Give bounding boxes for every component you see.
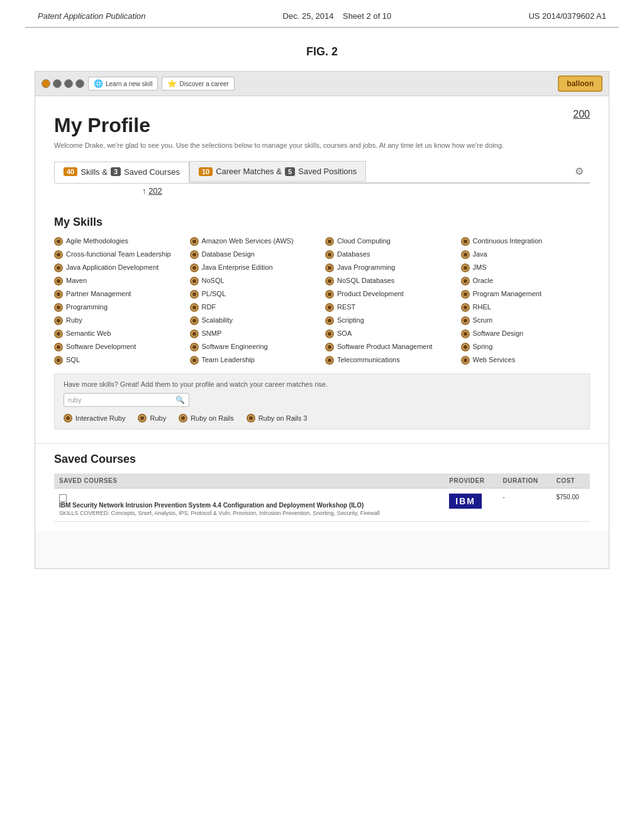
skill-icon xyxy=(325,277,334,285)
positions-badge: 5 xyxy=(285,167,295,176)
search-result-item[interactable]: Ruby on Rails xyxy=(179,413,233,423)
search-icon[interactable]: 🔍 xyxy=(175,396,185,404)
skill-item[interactable]: SNMP xyxy=(190,329,319,338)
skill-label: Program Management xyxy=(473,289,541,298)
skill-icon xyxy=(325,329,334,338)
skill-item[interactable]: Databases xyxy=(325,250,455,259)
skill-item[interactable]: NoSQL Databases xyxy=(325,276,455,285)
skill-item[interactable]: PL/SQL xyxy=(190,289,319,299)
skill-item[interactable]: Maven xyxy=(54,276,184,285)
tab-career-positions[interactable]: 10 Career Matches & 5 Saved Positions xyxy=(189,161,366,182)
skill-item[interactable]: Scrum xyxy=(461,316,591,325)
skill-item[interactable]: Continuous Integration xyxy=(461,236,591,246)
skill-item[interactable]: Java Enterprise Edition xyxy=(190,263,319,272)
search-result-item[interactable]: Ruby xyxy=(138,413,166,423)
skill-icon xyxy=(54,290,63,299)
skill-item[interactable]: Team Leadership xyxy=(190,355,319,365)
course-duration-cell: - xyxy=(497,489,551,522)
saved-courses-section: Saved Courses SAVED COURSES PROVIDER DUR… xyxy=(35,443,609,531)
skill-item[interactable]: REST xyxy=(325,302,455,312)
skill-search-wrapper[interactable]: ruby 🔍 xyxy=(64,393,189,407)
skill-icon xyxy=(190,277,199,285)
skill-label: Cloud Computing xyxy=(337,236,391,245)
skill-item[interactable]: Software Engineering xyxy=(190,342,319,351)
skill-item[interactable]: NoSQL xyxy=(190,276,319,285)
search-result-item[interactable]: Interactive Ruby xyxy=(64,413,125,423)
skill-icon xyxy=(325,356,334,365)
skill-item[interactable]: Cloud Computing xyxy=(325,236,455,246)
skill-icon xyxy=(190,303,199,312)
skill-item[interactable]: Ruby xyxy=(54,316,184,325)
discover-career-button[interactable]: ⭐ Discover a career xyxy=(162,77,234,91)
skill-icon xyxy=(461,250,470,259)
skill-icon xyxy=(190,237,199,246)
skill-icon xyxy=(325,303,334,312)
skill-item[interactable]: Partner Management xyxy=(54,289,184,299)
search-result-item[interactable]: Ruby on Rails 3 xyxy=(247,413,308,423)
tab-skills-courses[interactable]: 40 Skills & 3 Saved Courses xyxy=(54,162,189,183)
skill-label: Product Development xyxy=(337,289,404,298)
balloon-button[interactable]: balloon xyxy=(558,75,602,92)
ibm-logo: IBM xyxy=(449,494,482,509)
result-skill-icon xyxy=(64,414,72,423)
skill-item[interactable]: Web Services xyxy=(461,355,591,365)
skill-icon xyxy=(461,356,470,365)
skill-item[interactable]: Software Design xyxy=(461,329,591,338)
skill-icon xyxy=(54,343,63,351)
header-divider xyxy=(25,27,619,28)
figure-title: FIG. 2 xyxy=(0,45,644,58)
skill-item[interactable]: SQL xyxy=(54,355,184,365)
skill-item[interactable]: Java Programming xyxy=(325,263,455,272)
skill-icon xyxy=(461,237,470,246)
settings-icon[interactable]: ⚙ xyxy=(569,160,590,182)
add-skills-area: Have more skills? Great! Add them to you… xyxy=(54,374,590,429)
skill-icon xyxy=(325,263,334,272)
skill-item[interactable]: Java Application Development xyxy=(54,263,184,272)
profile-subtitle: Welcome Drake, we're glad to see you. Us… xyxy=(54,141,590,150)
skill-item[interactable]: Software Product Management xyxy=(325,342,455,351)
skill-item[interactable]: Program Management xyxy=(461,289,591,299)
skill-item[interactable]: Semantic Web xyxy=(54,329,184,338)
skill-item[interactable]: Java xyxy=(461,250,591,259)
bottom-space xyxy=(35,531,609,568)
skill-label: SNMP xyxy=(202,329,222,338)
skill-icon xyxy=(190,316,199,325)
course-checkbox[interactable] xyxy=(59,494,67,502)
skill-label: NoSQL xyxy=(202,276,225,285)
course-title: IBM Security Network Intrusion Preventio… xyxy=(59,502,439,509)
skill-item[interactable]: Database Design xyxy=(190,250,319,259)
courses-table: SAVED COURSES PROVIDER DURATION COST IBM… xyxy=(54,473,590,522)
skill-item[interactable]: Programming xyxy=(54,302,184,312)
skill-item[interactable]: Spring xyxy=(461,342,591,351)
skill-item[interactable]: RHEL xyxy=(461,302,591,312)
skills-section: My Skills Agile MethodologiesAmazon Web … xyxy=(35,207,609,443)
career-label: Career Matches & xyxy=(216,167,282,176)
skill-item[interactable]: Scalability xyxy=(190,316,319,325)
skill-label: Scalability xyxy=(202,316,233,324)
result-skill-label: Ruby on Rails xyxy=(191,414,233,422)
learn-skill-button[interactable]: 🌐 Learn a new skill xyxy=(88,77,158,91)
skill-item[interactable]: Amazon Web Services (AWS) xyxy=(190,236,319,246)
search-row: ruby 🔍 xyxy=(64,393,580,407)
skill-item[interactable]: Telecommunications xyxy=(325,355,455,365)
star-icon: ⭐ xyxy=(167,79,177,88)
skill-label: Oracle xyxy=(473,276,493,285)
skill-item[interactable]: Oracle xyxy=(461,276,591,285)
skill-item[interactable]: JMS xyxy=(461,263,591,272)
skill-item[interactable]: RDF xyxy=(190,302,319,312)
skill-label: Software Product Management xyxy=(337,342,433,351)
skill-item[interactable]: Software Development xyxy=(54,342,184,351)
result-skill-icon xyxy=(138,414,147,423)
skill-item[interactable]: Agile Methodologies xyxy=(54,236,184,246)
skill-item[interactable]: Scripting xyxy=(325,316,455,325)
skill-item[interactable]: Cross-functional Team Leadership xyxy=(54,250,184,259)
result-skill-icon xyxy=(247,414,255,423)
skill-label: Database Design xyxy=(202,250,255,258)
patent-right-text: US 2014/0379602 A1 xyxy=(528,11,606,21)
skill-item[interactable]: Product Development xyxy=(325,289,455,299)
nav-dot-4 xyxy=(75,79,84,88)
add-skills-prompt: Have more skills? Great! Add them to you… xyxy=(64,380,580,388)
saved-courses-title: Saved Courses xyxy=(54,453,590,466)
skill-icon xyxy=(461,277,470,285)
skill-item[interactable]: SOA xyxy=(325,329,455,338)
